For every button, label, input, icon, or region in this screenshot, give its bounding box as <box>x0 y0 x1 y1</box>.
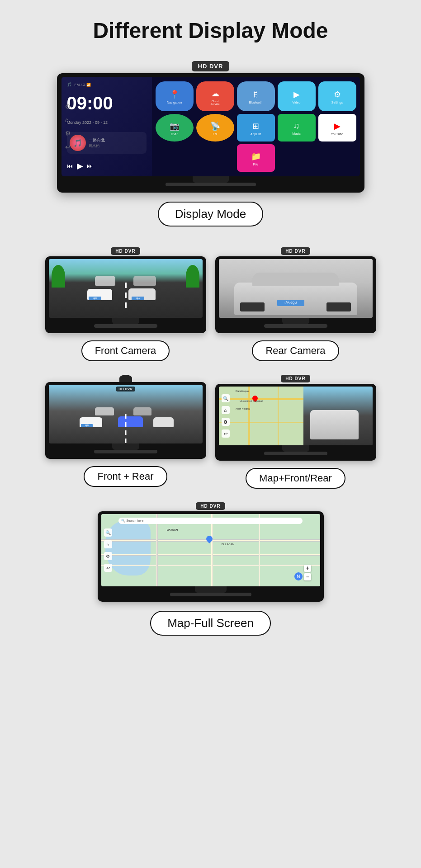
rear-car-roof <box>252 273 338 286</box>
main-screen-frame: ⊙ ⌂ ⚙ ↩ 🎵 FM 4G 📶 09:00 Monday 2022 - 09… <box>57 73 364 193</box>
frontear-stand <box>112 443 139 450</box>
settings-side-icon[interactable]: ⚙ <box>65 130 71 137</box>
camera-row-1: HD DVR 粤B 粤A <box>45 247 376 361</box>
rear-camera-scene: 沪A·6QU <box>219 259 373 318</box>
home-icon[interactable]: ⌂ <box>65 116 71 123</box>
full-map-icon-4[interactable]: ↩ <box>104 564 112 572</box>
camera-row-2: HD DVR 粤B Front + Rear <box>45 375 376 489</box>
artist-name: 周杰伦 <box>89 143 144 148</box>
settings-label: Settings <box>331 101 343 104</box>
app-youtube[interactable]: ▶ YouTube <box>318 114 356 142</box>
screen-base <box>166 183 256 186</box>
app-navigation[interactable]: 📍 Navigation <box>156 81 194 111</box>
front-rear-item: HD DVR 粤B Front + Rear <box>45 375 206 489</box>
front-camera-scene: 粤B 粤A <box>49 259 203 318</box>
bt-label: Bluetooth <box>249 101 263 104</box>
music-label: Music <box>292 132 300 135</box>
compass-icon[interactable]: N <box>294 572 303 580</box>
map-icon-1[interactable]: 🔍 <box>222 394 230 402</box>
full-map-region-1: BATAAN <box>167 528 178 531</box>
file-label: File <box>253 163 258 166</box>
video-label: Video <box>293 101 301 104</box>
app-video[interactable]: ▶ Video <box>278 81 316 111</box>
youtube-icon-symbol: ▶ <box>334 121 341 131</box>
rear-car-body <box>234 283 357 315</box>
rear-wheel-right <box>326 302 351 311</box>
mapfront-stand <box>282 445 309 452</box>
rear-screen-base <box>264 324 327 328</box>
app-applist[interactable]: ⊞ AppList <box>237 114 275 142</box>
rear-screen-frame: 沪A·6QU <box>215 256 376 333</box>
rear-camera-item: HD DVR 沪A·6QU Rear Camera <box>215 247 376 361</box>
map-v-road-2 <box>211 514 213 586</box>
front-screen-base <box>94 324 157 328</box>
hd-dvr-badge-front: HD DVR <box>111 247 140 255</box>
camera-bump <box>119 375 132 382</box>
rear-camera-label: Rear Camera <box>252 340 339 361</box>
video-icon-symbol: ▶ <box>293 90 300 99</box>
signal-text: FM 4G 📶 <box>75 83 91 87</box>
map-road-h2 <box>219 422 303 423</box>
zoom-in-btn[interactable]: + <box>304 565 311 572</box>
map-icon-4[interactable]: ↩ <box>222 429 230 438</box>
full-map-screen-inner: 🔍 ⌂ ⚙ ↩ 🔍 Search here BATAAN BULACAN N +… <box>101 514 320 586</box>
app-cloud-service[interactable]: ☁ CloudService <box>196 81 234 111</box>
applist-icon-symbol: ⊞ <box>252 121 259 131</box>
app-file[interactable]: 📁 File <box>237 144 275 172</box>
app-bluetooth[interactable]: ₿ Bluetooth <box>237 81 275 111</box>
next-icon[interactable]: ⏭ <box>87 162 93 170</box>
cloud-label: CloudService <box>210 100 219 105</box>
side-icons: ⊙ ⌂ ⚙ ↩ <box>65 103 71 151</box>
full-map-icon-3[interactable]: ⚙ <box>104 552 112 560</box>
zoom-out-btn[interactable]: − <box>304 573 311 580</box>
full-map-section: HD DVR 🔍 ⌂ <box>98 502 324 652</box>
page-title: Different Display Mode <box>93 18 328 43</box>
map-icon-2[interactable]: ⌂ <box>222 406 230 414</box>
map-cam-car <box>310 410 359 439</box>
fr-plate-1: 粤B <box>81 424 93 427</box>
full-map-icon-2[interactable]: ⌂ <box>104 540 112 548</box>
rear-license-plate: 沪A·6QU <box>277 300 304 306</box>
time-display: 09:00 <box>67 94 147 112</box>
full-map-label: Map-Full Screen <box>150 611 271 636</box>
hd-dvr-badge-rear: HD DVR <box>281 247 310 255</box>
map-icon-3[interactable]: ⚙ <box>222 418 230 426</box>
music-info: 一路向北 周杰伦 <box>89 137 144 148</box>
song-title: 一路向北 <box>89 137 144 143</box>
dvr-label: DVR <box>171 132 178 136</box>
map-water <box>105 521 151 576</box>
front-rear-scene: 粤B <box>49 385 203 443</box>
full-map-icon-1[interactable]: 🔍 <box>104 528 112 537</box>
webcam-icon[interactable]: ⊙ <box>65 103 71 110</box>
front-camera-item: HD DVR 粤B 粤A <box>45 247 206 361</box>
map-label-2: University of Perpetual <box>240 400 262 402</box>
front-rear-label: Front + Rear <box>84 466 167 487</box>
music-controls: ⏮ ▶ ⏭ <box>67 161 147 171</box>
app-music[interactable]: ♫ Music <box>278 114 316 142</box>
app-fm[interactable]: 📡 FM <box>196 114 234 142</box>
map-front-rear-item: HD DVR 🔍 ⌂ ⚙ <box>215 375 376 489</box>
fr-lane <box>125 414 126 443</box>
fm-icon-symbol: 📡 <box>210 121 220 131</box>
map-split-left: 🔍 ⌂ ⚙ ↩ Parañaque University of Perpetua… <box>219 387 303 445</box>
app-settings[interactable]: ⚙ Settings <box>318 81 356 111</box>
app-dvr[interactable]: 📷 DVR <box>156 114 194 142</box>
music-icon-symbol: ♫ <box>293 121 300 131</box>
map-split-right <box>303 387 373 445</box>
bt-icon-symbol: ₿ <box>254 90 258 99</box>
full-map-frame: 🔍 ⌂ ⚙ ↩ 🔍 Search here BATAAN BULACAN N +… <box>98 511 324 602</box>
play-icon[interactable]: ▶ <box>77 161 83 171</box>
prev-icon[interactable]: ⏮ <box>67 162 73 170</box>
map-search-bar[interactable]: 🔍 Search here <box>118 518 303 524</box>
fr-car-4 <box>95 407 114 415</box>
hd-dvr-badge-main: HD DVR <box>192 61 230 71</box>
nav-label: Navigation <box>167 101 182 104</box>
fr-car-5 <box>133 407 151 415</box>
back-icon[interactable]: ↩ <box>65 143 71 151</box>
rear-screen-inner: 沪A·6QU <box>219 259 373 318</box>
map-road-v1 <box>248 387 250 445</box>
front-camera-label: Front Camera <box>81 340 170 361</box>
rear-screen-stand <box>282 318 309 324</box>
map-front-rear-label: Map+Front/Rear <box>246 468 345 489</box>
front-rear-badge-area <box>119 375 132 382</box>
